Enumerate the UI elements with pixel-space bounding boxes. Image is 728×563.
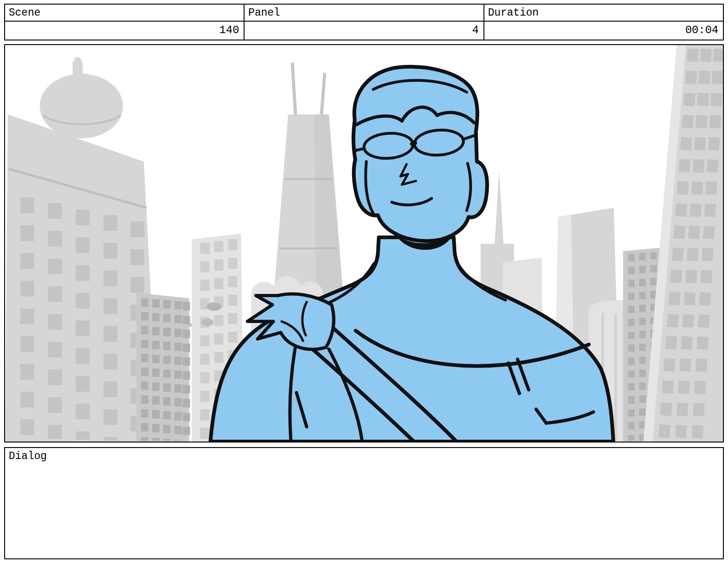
dome-building [5,57,159,442]
dialog-label: Dialog [9,449,719,464]
storyboard-artwork [5,45,723,442]
tall-building-far-right [643,45,723,442]
scene-value: 140 [5,22,244,40]
duration-value: 00:04 [484,22,723,40]
grid-building-left [136,293,189,442]
dialog-box: Dialog [4,447,724,559]
duration-cell: Duration 00:04 [483,4,724,40]
panel-value: 4 [245,22,483,40]
dialog-text [9,464,719,546]
storyboard-page: Scene 140 Panel 4 Duration 00:04 [0,0,728,563]
panel-label: Panel [245,5,483,22]
header-strip: Scene 140 Panel 4 Duration 00:04 [4,4,724,40]
panel-cell: Panel 4 [244,4,484,40]
character [210,67,614,442]
scene-cell: Scene 140 [4,4,245,40]
character-torso [210,237,614,442]
scene-label: Scene [5,5,244,22]
storyboard-frame [4,44,724,442]
duration-label: Duration [484,5,723,22]
